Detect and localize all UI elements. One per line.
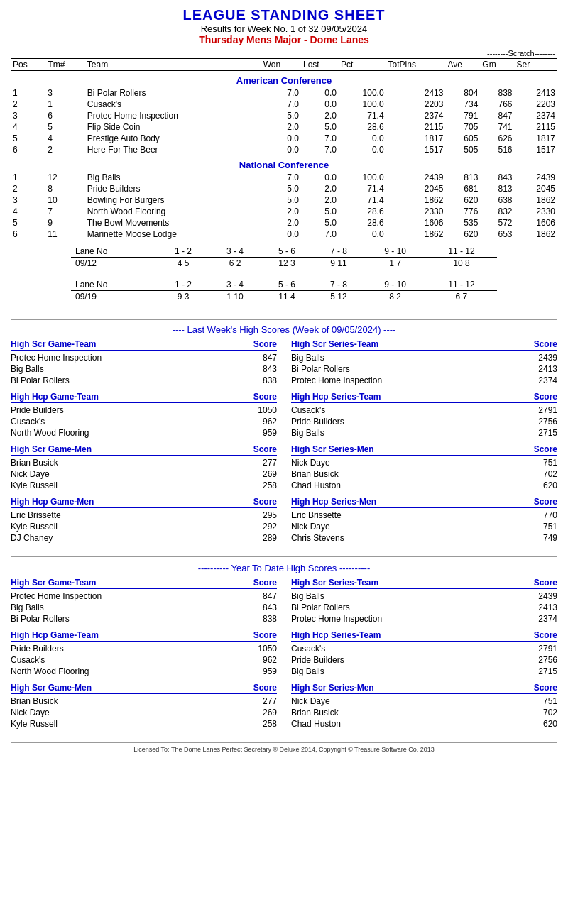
list-item: Brian Busick702	[291, 707, 557, 718]
list-item: Eric Brissette295	[11, 510, 277, 521]
score-section: High Scr Series-MenScoreNick Daye751Bria…	[291, 683, 557, 730]
list-item: Protec Home Inspection2374	[291, 375, 557, 386]
list-item: Big Balls843	[11, 602, 277, 613]
list-item: Nick Daye751	[291, 521, 557, 532]
table-row: 310Bowling For Burgers5.02.071.418626206…	[11, 194, 557, 206]
list-item: Nick Daye269	[11, 707, 277, 718]
list-item: Kyle Russell292	[11, 521, 277, 532]
table-row: 62Here For The Beer0.07.00.0151750551615…	[11, 144, 557, 155]
col-ser: Ser	[514, 59, 557, 71]
conference-label: American Conference	[11, 71, 557, 88]
list-item: North Wood Flooring959	[11, 427, 277, 439]
ytd-scores: High Scr Game-TeamScoreProtec Home Inspe…	[11, 578, 557, 735]
standings-table: --------Scratch-------- Pos Tm# Team Won…	[11, 48, 557, 240]
lane-table: Lane No1 - 23 - 45 - 67 - 89 - 1011 - 12…	[71, 246, 497, 269]
page-header: LEAGUE STANDING SHEET Results for Week N…	[11, 7, 557, 45]
table-row: 21Cusack's7.00.0100.022037347662203	[11, 99, 557, 110]
table-row: 36Protec Home Inspection5.02.071.4237479…	[11, 110, 557, 121]
col-team: Team	[85, 59, 261, 71]
subtitle: Results for Week No. 1 of 32 09/05/2024	[11, 23, 557, 34]
list-item: Chad Huston620	[291, 718, 557, 730]
list-item: Brian Busick702	[291, 468, 557, 480]
scratch-header: --------Scratch--------	[11, 48, 557, 59]
table-row: 45Flip Side Coin2.05.028.621157057412115	[11, 121, 557, 133]
main-title: LEAGUE STANDING SHEET	[11, 7, 557, 23]
list-item: Kyle Russell258	[11, 718, 277, 730]
list-item: Chad Huston620	[291, 480, 557, 491]
list-item: Cusack's962	[11, 416, 277, 427]
list-item: Nick Daye751	[291, 457, 557, 468]
list-item: Kyle Russell258	[11, 480, 277, 491]
divider-1	[11, 319, 557, 320]
lane-table: Lane No1 - 23 - 45 - 67 - 89 - 1011 - 12…	[71, 279, 497, 302]
list-item: Protec Home Inspection847	[11, 352, 277, 363]
score-section: High Hcp Series-TeamScoreCusack's2791Pri…	[291, 392, 557, 439]
table-row: 13Bi Polar Rollers7.00.0100.024138048382…	[11, 87, 557, 99]
lane-assignments: Lane No1 - 23 - 45 - 67 - 89 - 1011 - 12…	[11, 246, 557, 312]
list-item: Protec Home Inspection2374	[291, 613, 557, 625]
league-name: Thursday Mens Major - Dome Lanes	[11, 34, 557, 45]
score-section: High Scr Game-TeamScoreProtec Home Inspe…	[11, 339, 277, 386]
list-item: Bi Polar Rollers838	[11, 613, 277, 625]
list-item: Chris Stevens749	[291, 532, 557, 544]
col-gm: Gm	[480, 59, 514, 71]
score-section: High Scr Game-MenScoreBrian Busick277Nic…	[11, 444, 277, 491]
col-tm: Tm#	[45, 59, 84, 71]
table-row: 112Big Balls7.00.0100.024398138432439	[11, 172, 557, 183]
list-item: Big Balls2439	[291, 352, 557, 363]
list-item: Pride Builders2756	[291, 416, 557, 427]
col-totpins: TotPins	[386, 59, 446, 71]
list-item: North Wood Flooring959	[11, 666, 277, 677]
table-row: 28Pride Builders5.02.071.420456818132045	[11, 183, 557, 194]
table-row: 611Marinette Moose Lodge0.07.00.01862620…	[11, 229, 557, 240]
conference-label: National Conference	[11, 155, 557, 172]
col-pct: Pct	[339, 59, 386, 71]
list-item: Cusack's962	[11, 654, 277, 666]
score-section: High Hcp Game-TeamScorePride Builders105…	[11, 392, 277, 439]
list-item: Protec Home Inspection847	[11, 590, 277, 602]
list-item: Nick Daye751	[291, 695, 557, 707]
col-won: Won	[261, 59, 301, 71]
list-item: Big Balls2715	[291, 666, 557, 677]
list-item: Cusack's2791	[291, 405, 557, 416]
list-item: Cusack's2791	[291, 643, 557, 654]
list-item: Brian Busick277	[11, 695, 277, 707]
list-item: Pride Builders1050	[11, 643, 277, 654]
list-item: Eric Brissette770	[291, 510, 557, 521]
list-item: Brian Busick277	[11, 457, 277, 468]
list-item: Bi Polar Rollers2413	[291, 363, 557, 375]
list-item: Big Balls2715	[291, 427, 557, 439]
score-section: High Scr Series-TeamScoreBig Balls2439Bi…	[291, 339, 557, 386]
table-row: 54Prestige Auto Body0.07.00.018176056261…	[11, 133, 557, 144]
ytd-title: ---------- Year To Date High Scores ----…	[11, 563, 557, 573]
score-section: High Hcp Game-TeamScorePride Builders105…	[11, 630, 277, 677]
col-pos: Pos	[11, 59, 45, 71]
score-section: High Scr Series-TeamScoreBig Balls2439Bi…	[291, 578, 557, 625]
col-ave: Ave	[445, 59, 480, 71]
list-item: Bi Polar Rollers2413	[291, 602, 557, 613]
score-section: High Scr Series-MenScoreNick Daye751Bria…	[291, 444, 557, 491]
divider-2	[11, 556, 557, 557]
score-section: High Scr Game-MenScoreBrian Busick277Nic…	[11, 683, 277, 730]
footer: Licensed To: The Dome Lanes Perfect Secr…	[11, 742, 557, 753]
list-item: Bi Polar Rollers838	[11, 375, 277, 386]
table-row: 59The Bowl Movements2.05.028.61606535572…	[11, 217, 557, 229]
score-section: High Hcp Game-MenScoreEric Brissette295K…	[11, 497, 277, 544]
list-item: Pride Builders2756	[291, 654, 557, 666]
list-item: Nick Daye269	[11, 468, 277, 480]
score-section: High Hcp Series-TeamScoreCusack's2791Pri…	[291, 630, 557, 677]
score-section: High Hcp Series-MenScoreEric Brissette77…	[291, 497, 557, 544]
last-week-scores: High Scr Game-TeamScoreProtec Home Inspe…	[11, 339, 557, 549]
last-week-title: ---- Last Week's High Scores (Week of 09…	[11, 324, 557, 335]
list-item: Big Balls2439	[291, 590, 557, 602]
table-row: 47North Wood Flooring2.05.028.6233077683…	[11, 206, 557, 217]
list-item: Pride Builders1050	[11, 405, 277, 416]
list-item: Big Balls843	[11, 363, 277, 375]
score-section: High Scr Game-TeamScoreProtec Home Inspe…	[11, 578, 277, 625]
list-item: DJ Chaney289	[11, 532, 277, 544]
col-lost: Lost	[301, 59, 339, 71]
